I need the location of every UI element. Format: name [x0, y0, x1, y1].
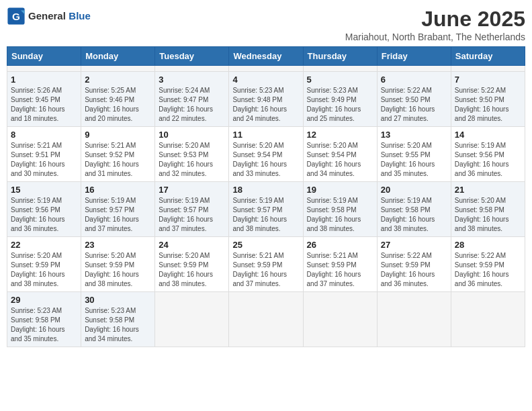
logo-general-text: General Blue — [28, 10, 91, 22]
col-thursday: Thursday — [303, 47, 377, 66]
day-number: 21 — [455, 185, 521, 195]
calendar: Sunday Monday Tuesday Wednesday Thursday… — [7, 46, 525, 347]
day-info: Sunrise: 5:25 AM Sunset: 9:46 PM Dayligh… — [85, 86, 151, 124]
day-info: Sunrise: 5:19 AM Sunset: 9:57 PM Dayligh… — [85, 196, 151, 234]
table-row — [155, 292, 229, 347]
table-row: 1 Sunrise: 5:26 AM Sunset: 9:45 PM Dayli… — [7, 72, 81, 127]
table-row — [155, 66, 229, 72]
day-number: 10 — [159, 130, 225, 140]
day-number: 8 — [11, 130, 77, 140]
logo-icon: G — [7, 7, 26, 26]
day-number: 5 — [307, 75, 373, 85]
calendar-week-row: 22 Sunrise: 5:20 AM Sunset: 9:59 PM Dayl… — [7, 237, 525, 292]
day-number: 24 — [159, 240, 225, 250]
day-number: 27 — [381, 240, 447, 250]
table-row: 26 Sunrise: 5:21 AM Sunset: 9:59 PM Dayl… — [303, 237, 377, 292]
day-info: Sunrise: 5:22 AM Sunset: 9:50 PM Dayligh… — [455, 86, 521, 124]
calendar-week-row: 29 Sunrise: 5:23 AM Sunset: 9:58 PM Dayl… — [7, 292, 525, 347]
day-number: 18 — [232, 185, 299, 195]
day-info: Sunrise: 5:20 AM Sunset: 9:59 PM Dayligh… — [85, 251, 151, 289]
table-row — [7, 66, 81, 72]
day-info: Sunrise: 5:19 AM Sunset: 9:57 PM Dayligh… — [159, 196, 225, 234]
day-info: Sunrise: 5:20 AM Sunset: 9:54 PM Dayligh… — [307, 141, 373, 179]
day-info: Sunrise: 5:20 AM Sunset: 9:59 PM Dayligh… — [159, 251, 225, 289]
table-row: 18 Sunrise: 5:19 AM Sunset: 9:57 PM Dayl… — [229, 182, 303, 237]
day-number: 11 — [232, 130, 299, 140]
col-wednesday: Wednesday — [229, 47, 303, 66]
day-info: Sunrise: 5:23 AM Sunset: 9:58 PM Dayligh… — [11, 306, 77, 344]
day-info: Sunrise: 5:20 AM Sunset: 9:54 PM Dayligh… — [232, 141, 299, 179]
day-number: 28 — [455, 240, 521, 250]
calendar-week-row: 1 Sunrise: 5:26 AM Sunset: 9:45 PM Dayli… — [7, 72, 525, 127]
day-info: Sunrise: 5:20 AM Sunset: 9:58 PM Dayligh… — [455, 196, 521, 234]
day-number: 4 — [232, 75, 299, 85]
table-row: 24 Sunrise: 5:20 AM Sunset: 9:59 PM Dayl… — [155, 237, 229, 292]
day-number: 20 — [381, 185, 447, 195]
col-sunday: Sunday — [7, 47, 81, 66]
table-row: 27 Sunrise: 5:22 AM Sunset: 9:59 PM Dayl… — [377, 237, 451, 292]
table-row: 16 Sunrise: 5:19 AM Sunset: 9:57 PM Dayl… — [81, 182, 155, 237]
table-row: 23 Sunrise: 5:20 AM Sunset: 9:59 PM Dayl… — [81, 237, 155, 292]
table-row: 20 Sunrise: 5:19 AM Sunset: 9:58 PM Dayl… — [377, 182, 451, 237]
day-info: Sunrise: 5:21 AM Sunset: 9:59 PM Dayligh… — [307, 251, 373, 289]
table-row: 6 Sunrise: 5:22 AM Sunset: 9:50 PM Dayli… — [377, 72, 451, 127]
day-number: 19 — [307, 185, 373, 195]
calendar-week-row: 15 Sunrise: 5:19 AM Sunset: 9:56 PM Dayl… — [7, 182, 525, 237]
table-row: 22 Sunrise: 5:20 AM Sunset: 9:59 PM Dayl… — [7, 237, 81, 292]
col-tuesday: Tuesday — [155, 47, 229, 66]
table-row: 29 Sunrise: 5:23 AM Sunset: 9:58 PM Dayl… — [7, 292, 81, 347]
day-number: 7 — [455, 75, 521, 85]
day-info: Sunrise: 5:23 AM Sunset: 9:48 PM Dayligh… — [232, 86, 299, 124]
day-number: 13 — [381, 130, 447, 140]
col-saturday: Saturday — [451, 47, 525, 66]
day-info: Sunrise: 5:20 AM Sunset: 9:59 PM Dayligh… — [11, 251, 77, 289]
table-row: 5 Sunrise: 5:23 AM Sunset: 9:49 PM Dayli… — [303, 72, 377, 127]
table-row: 15 Sunrise: 5:19 AM Sunset: 9:56 PM Dayl… — [7, 182, 81, 237]
col-monday: Monday — [81, 47, 155, 66]
day-number: 17 — [159, 185, 225, 195]
day-number: 9 — [85, 130, 151, 140]
day-info: Sunrise: 5:19 AM Sunset: 9:56 PM Dayligh… — [11, 196, 77, 234]
day-number: 16 — [85, 185, 151, 195]
day-number: 26 — [307, 240, 373, 250]
header: G General Blue June 2025 Mariahout, Nort… — [7, 7, 525, 42]
table-row: 3 Sunrise: 5:24 AM Sunset: 9:47 PM Dayli… — [155, 72, 229, 127]
day-info: Sunrise: 5:23 AM Sunset: 9:49 PM Dayligh… — [307, 86, 373, 124]
table-row — [451, 66, 525, 72]
day-info: Sunrise: 5:20 AM Sunset: 9:55 PM Dayligh… — [381, 141, 447, 179]
day-info: Sunrise: 5:21 AM Sunset: 9:51 PM Dayligh… — [11, 141, 77, 179]
table-row: 30 Sunrise: 5:23 AM Sunset: 9:58 PM Dayl… — [81, 292, 155, 347]
day-info: Sunrise: 5:21 AM Sunset: 9:59 PM Dayligh… — [232, 251, 299, 289]
table-row: 17 Sunrise: 5:19 AM Sunset: 9:57 PM Dayl… — [155, 182, 229, 237]
day-info: Sunrise: 5:23 AM Sunset: 9:58 PM Dayligh… — [85, 306, 151, 344]
col-friday: Friday — [377, 47, 451, 66]
table-row: 9 Sunrise: 5:21 AM Sunset: 9:52 PM Dayli… — [81, 127, 155, 182]
table-row: 12 Sunrise: 5:20 AM Sunset: 9:54 PM Dayl… — [303, 127, 377, 182]
table-row: 13 Sunrise: 5:20 AM Sunset: 9:55 PM Dayl… — [377, 127, 451, 182]
table-row: 10 Sunrise: 5:20 AM Sunset: 9:53 PM Dayl… — [155, 127, 229, 182]
calendar-header-row: Sunday Monday Tuesday Wednesday Thursday… — [7, 47, 525, 66]
title-area: June 2025 Mariahout, North Brabant, The … — [345, 7, 525, 42]
day-number: 29 — [11, 295, 77, 305]
day-info: Sunrise: 5:19 AM Sunset: 9:58 PM Dayligh… — [381, 196, 447, 234]
day-number: 15 — [11, 185, 77, 195]
table-row: 4 Sunrise: 5:23 AM Sunset: 9:48 PM Dayli… — [229, 72, 303, 127]
table-row: 11 Sunrise: 5:20 AM Sunset: 9:54 PM Dayl… — [229, 127, 303, 182]
day-number: 3 — [159, 75, 225, 85]
table-row — [229, 292, 303, 347]
day-info: Sunrise: 5:26 AM Sunset: 9:45 PM Dayligh… — [11, 86, 77, 124]
day-number: 6 — [381, 75, 447, 85]
day-info: Sunrise: 5:19 AM Sunset: 9:58 PM Dayligh… — [307, 196, 373, 234]
table-row — [303, 66, 377, 72]
day-info: Sunrise: 5:19 AM Sunset: 9:57 PM Dayligh… — [232, 196, 299, 234]
table-row: 28 Sunrise: 5:22 AM Sunset: 9:59 PM Dayl… — [451, 237, 525, 292]
table-row: 14 Sunrise: 5:19 AM Sunset: 9:56 PM Dayl… — [451, 127, 525, 182]
table-row: 21 Sunrise: 5:20 AM Sunset: 9:58 PM Dayl… — [451, 182, 525, 237]
day-number: 22 — [11, 240, 77, 250]
table-row — [81, 66, 155, 72]
table-row: 7 Sunrise: 5:22 AM Sunset: 9:50 PM Dayli… — [451, 72, 525, 127]
day-number: 14 — [455, 130, 521, 140]
day-number: 12 — [307, 130, 373, 140]
table-row: 25 Sunrise: 5:21 AM Sunset: 9:59 PM Dayl… — [229, 237, 303, 292]
table-row — [377, 66, 451, 72]
